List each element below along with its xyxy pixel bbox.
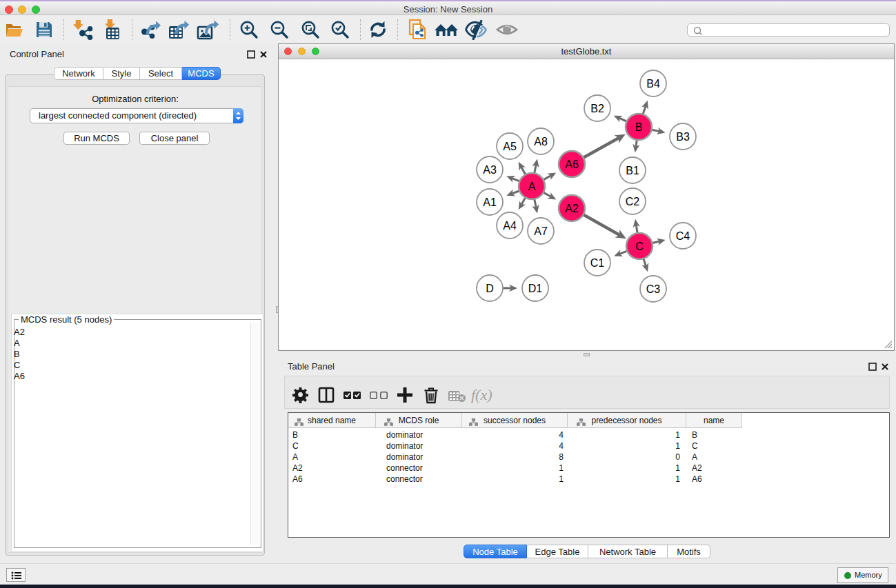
svg-text:A1: A1 xyxy=(483,196,497,208)
svg-text:B3: B3 xyxy=(676,131,690,143)
svg-text:C1: C1 xyxy=(590,257,605,269)
svg-text:B2: B2 xyxy=(590,103,604,114)
svg-text:C: C xyxy=(635,241,644,252)
svg-text:D1: D1 xyxy=(528,283,543,294)
svg-text:f(x): f(x) xyxy=(471,386,492,403)
svg-text:A: A xyxy=(528,181,536,192)
svg-text:A8: A8 xyxy=(534,136,548,148)
svg-text:A7: A7 xyxy=(534,225,548,237)
svg-text:C2: C2 xyxy=(626,196,640,207)
svg-text:A5: A5 xyxy=(503,141,517,152)
svg-text:A4: A4 xyxy=(503,220,517,232)
svg-text:B1: B1 xyxy=(626,165,639,176)
svg-text:C4: C4 xyxy=(676,230,690,242)
svg-text:A3: A3 xyxy=(483,164,497,176)
svg-text:B: B xyxy=(635,121,643,133)
svg-text:A6: A6 xyxy=(565,159,579,170)
svg-text:D: D xyxy=(486,283,494,294)
svg-text:B4: B4 xyxy=(646,78,660,90)
svg-text:A2: A2 xyxy=(565,203,579,214)
svg-text:C3: C3 xyxy=(646,283,661,295)
